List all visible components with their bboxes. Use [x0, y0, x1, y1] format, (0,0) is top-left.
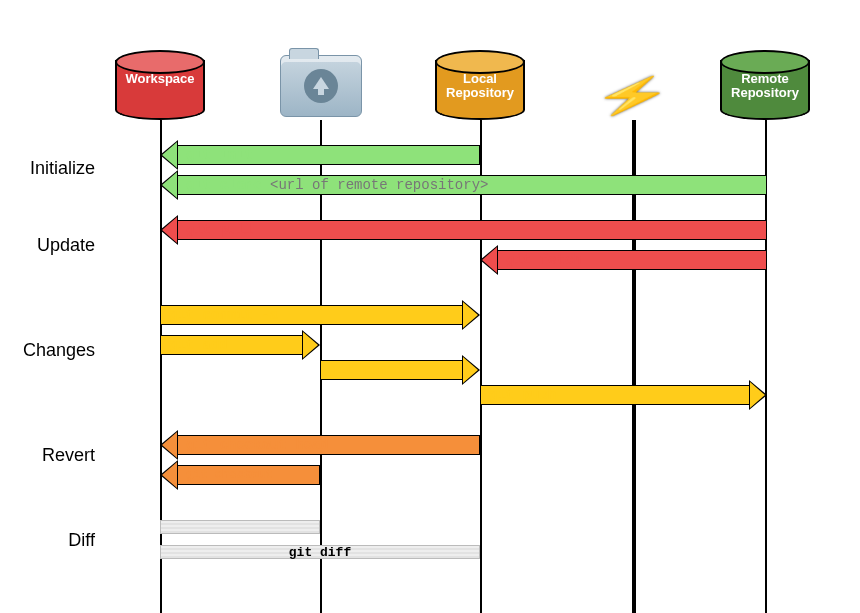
upload-icon [304, 69, 338, 103]
local-repo-label: Local Repository [435, 72, 525, 100]
cmd-git-add: git add [169, 337, 228, 353]
arrow-git-checkout-head: git checkout head [160, 435, 480, 455]
arrow-git-init: git init [160, 145, 480, 165]
cmd-git-clone: git clone [186, 177, 262, 193]
section-revert: Revert [20, 445, 95, 466]
local-repo-cylinder: Local Repository [435, 50, 525, 120]
cmd-git-checkout: git checkout [186, 468, 272, 482]
arrow-git-push: git push [480, 385, 767, 405]
arrow-git-add: git add [160, 335, 320, 355]
cmd-git-init: git init [186, 147, 253, 163]
cmd-git-checkout-head: git checkout head [186, 437, 329, 453]
arrow-git-clone: git clone <url of remote repository> [160, 175, 767, 195]
bar-diff-index [160, 520, 320, 534]
git-flow-diagram: Workspace Local Repository ⚡ Remote Repo… [100, 50, 800, 580]
workspace-label: Workspace [115, 72, 205, 86]
arrow-git-commit: git commit [320, 360, 480, 380]
arrow-git-pull: git pull [160, 220, 767, 240]
network-bolt-icon: ⚡ [592, 75, 673, 117]
remote-repo-label: Remote Repository [720, 72, 810, 100]
section-changes: Changes [20, 340, 95, 361]
cmd-git-commit-a: git commit -a [169, 307, 278, 323]
arrow-git-checkout: git checkout [160, 465, 320, 485]
cmd-git-push: git push [489, 387, 556, 403]
section-initialize: Initialize [20, 158, 95, 179]
section-update: Update [20, 235, 95, 256]
section-diff: Diff [20, 530, 95, 551]
cmd-git-commit: git commit [329, 362, 413, 378]
cmd-git-clone-arg: <url of remote repository> [270, 177, 488, 193]
workspace-cylinder: Workspace [115, 50, 205, 120]
arrow-git-fetch: git fetch [480, 250, 767, 270]
cmd-git-diff: git diff [289, 545, 351, 560]
arrow-git-commit-a: git commit -a [160, 305, 480, 325]
cmd-git-fetch: git fetch [506, 252, 582, 268]
index-folder-icon [280, 55, 362, 117]
bar-git-diff: git diff [160, 545, 480, 559]
cmd-git-pull: git pull [186, 222, 253, 238]
remote-repo-cylinder: Remote Repository [720, 50, 810, 120]
